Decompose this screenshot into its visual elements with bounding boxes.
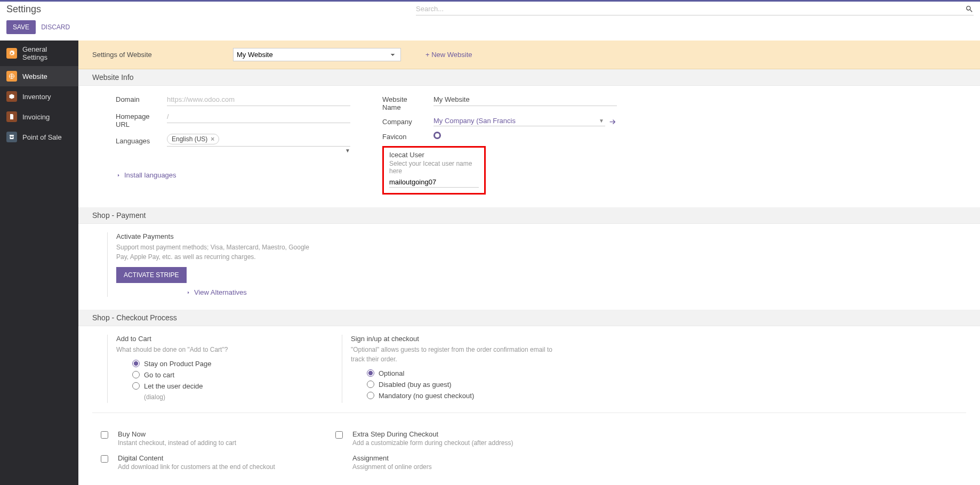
add-to-cart-help: What should be done on "Add to Cart"?: [116, 345, 331, 354]
install-languages-link[interactable]: Install languages: [116, 171, 176, 179]
website-banner: Settings of Website My Website + New Web…: [78, 41, 980, 69]
languages-field[interactable]: English (US) × ▼: [167, 134, 350, 147]
languages-label: Languages: [116, 136, 160, 145]
new-website-link[interactable]: + New Website: [425, 51, 472, 59]
radio-let-user-decide[interactable]: Let the user decide: [132, 382, 331, 390]
company-select[interactable]: My Company (San Francis ▼: [433, 117, 605, 126]
add-to-cart-title: Add to Cart: [116, 335, 331, 343]
actions-row: SAVE DISCARD: [0, 15, 980, 41]
buy-now-checkbox[interactable]: [101, 431, 108, 439]
signin-help: "Optional" allows guests to register fro…: [351, 345, 566, 364]
favicon-preview[interactable]: [433, 132, 441, 141]
domain-input[interactable]: [167, 94, 350, 106]
radio-disabled[interactable]: Disabled (buy as guest): [367, 381, 566, 389]
assignment-help: Assignment of online orders: [352, 463, 551, 471]
discard-button[interactable]: DISCARD: [41, 23, 70, 31]
favicon-ring-icon: [433, 132, 441, 139]
favicon-label: Favicon: [382, 132, 427, 141]
sidebar-item-invoicing[interactable]: Invoicing: [0, 107, 78, 127]
extra-step-title: Extra Step During Checkout: [352, 430, 551, 438]
homepage-input[interactable]: [167, 111, 350, 123]
icecat-box: Icecat User Select your Icecat user name…: [382, 146, 486, 195]
shop-icon: [6, 132, 17, 142]
homepage-label: Homepage URL: [116, 111, 160, 128]
digital-content-checkbox[interactable]: [101, 455, 108, 463]
section-body-checkout: Add to Cart What should be done on "Add …: [78, 326, 980, 483]
chevron-down-icon: ▼: [599, 118, 604, 124]
box-icon: [6, 91, 17, 102]
radio-optional[interactable]: Optional: [367, 369, 566, 377]
section-body-info: Domain Homepage URL Languages English (U…: [78, 86, 980, 207]
save-button[interactable]: SAVE: [6, 20, 36, 34]
sidebar-item-label: Website: [22, 72, 47, 80]
sidebar: General Settings Website Inventory Invoi…: [0, 41, 78, 485]
language-tag-text: English (US): [172, 135, 207, 143]
sidebar-item-general[interactable]: General Settings: [0, 41, 78, 66]
header: Settings: [0, 2, 980, 15]
external-link-icon[interactable]: [608, 117, 617, 126]
icecat-title: Icecat User: [389, 151, 479, 159]
arrow-right-icon: [186, 290, 191, 295]
digital-content-help: Add download link for customers at the e…: [118, 463, 316, 471]
sidebar-item-label: Point of Sale: [22, 133, 62, 141]
chevron-down-icon[interactable]: ▼: [345, 148, 350, 153]
website-name-label: Website Name: [382, 94, 427, 111]
search-icon[interactable]: [965, 5, 974, 13]
company-label: Company: [382, 117, 427, 126]
radio-stay-on-page[interactable]: Stay on Product Page: [132, 360, 331, 368]
layout: General Settings Website Inventory Invoi…: [0, 41, 980, 485]
section-head-checkout: Shop - Checkout Process: [78, 310, 980, 326]
activate-stripe-button[interactable]: ACTIVATE STRIPE: [116, 267, 187, 283]
payment-block: Activate Payments Support most payment m…: [107, 232, 310, 297]
section-body-payment: Activate Payments Support most payment m…: [78, 224, 980, 310]
sidebar-item-label: Invoicing: [22, 113, 50, 121]
domain-label: Domain: [116, 94, 160, 103]
extra-step-checkbox[interactable]: [335, 431, 343, 439]
section-head-info: Website Info: [78, 69, 980, 86]
extra-step-help: Add a customizable form during checkout …: [352, 439, 551, 447]
radio-dialog-sub: (dialog): [144, 393, 331, 401]
document-icon: [6, 111, 17, 122]
language-tag: English (US) ×: [167, 134, 219, 144]
icecat-input[interactable]: [389, 177, 479, 188]
activate-payments-title: Activate Payments: [116, 232, 310, 240]
buy-now-help: Instant checkout, instead of adding to c…: [118, 439, 316, 447]
sidebar-item-pos[interactable]: Point of Sale: [0, 127, 78, 147]
arrow-right-icon: [116, 173, 121, 178]
globe-icon: [6, 71, 17, 82]
icecat-help: Select your Icecat user name here: [389, 160, 479, 175]
section-head-payment: Shop - Payment: [78, 207, 980, 224]
website-name-input[interactable]: [433, 94, 617, 106]
activate-payments-help: Support most payment methods; Visa, Mast…: [116, 242, 310, 262]
sidebar-item-website[interactable]: Website: [0, 66, 78, 86]
page-title: Settings: [6, 4, 41, 15]
sidebar-item-label: Inventory: [22, 93, 51, 101]
signin-title: Sign in/up at checkout: [351, 335, 566, 343]
digital-content-title: Digital Content: [118, 454, 316, 462]
gear-icon: [6, 48, 17, 59]
view-alternatives-link[interactable]: View Alternatives: [186, 288, 247, 296]
banner-label: Settings of Website: [92, 51, 222, 59]
sidebar-item-inventory[interactable]: Inventory: [0, 86, 78, 107]
sidebar-item-label: General Settings: [22, 45, 72, 61]
content: Settings of Website My Website + New Web…: [78, 41, 980, 485]
assignment-title: Assignment: [352, 454, 551, 462]
search-input[interactable]: [416, 3, 965, 15]
buy-now-title: Buy Now: [118, 430, 316, 438]
remove-tag-icon[interactable]: ×: [211, 135, 214, 143]
search-wrap: [416, 3, 974, 15]
website-select[interactable]: My Website: [233, 48, 401, 61]
radio-mandatory[interactable]: Mandatory (no guest checkout): [367, 392, 566, 400]
radio-go-to-cart[interactable]: Go to cart: [132, 371, 331, 379]
